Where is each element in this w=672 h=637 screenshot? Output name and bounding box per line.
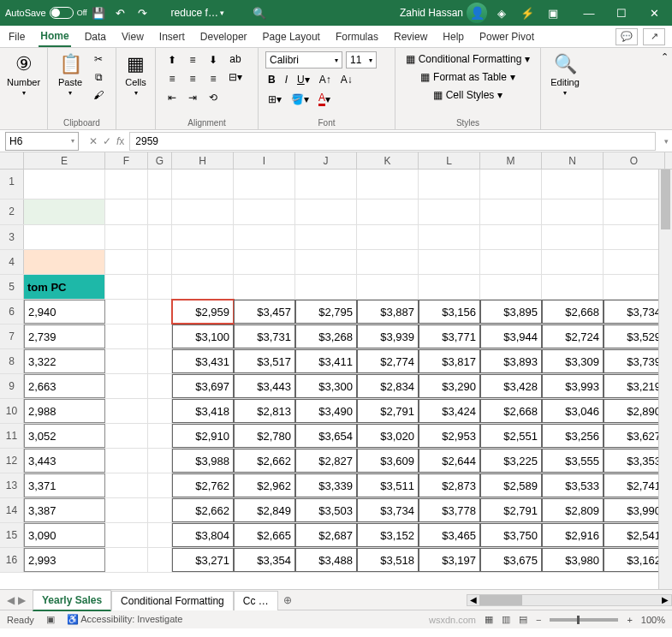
border-button[interactable]: ⊞▾ (265, 90, 284, 108)
cell-L10[interactable]: $3,424 (419, 399, 480, 423)
redo-icon[interactable]: ↷ (134, 3, 152, 22)
align-center-icon[interactable]: ≡ (183, 70, 202, 87)
vertical-scrollbar[interactable] (658, 170, 672, 589)
cell-F6[interactable] (105, 300, 148, 324)
formula-input[interactable]: 2959 (129, 132, 656, 151)
format-as-table-button[interactable]: ▦Format as Table▾ (402, 69, 533, 85)
cell-E12[interactable]: 3,443 (24, 449, 105, 473)
cell-K5[interactable] (357, 275, 419, 299)
cell-N7[interactable]: $2,724 (542, 324, 604, 348)
cell-J3[interactable] (295, 225, 357, 249)
select-all-corner[interactable] (0, 152, 24, 169)
cell-M6[interactable]: $3,895 (480, 300, 542, 324)
cell-J7[interactable]: $3,268 (295, 324, 357, 348)
italic-button[interactable]: I (282, 72, 290, 87)
cell-J8[interactable]: $3,411 (295, 349, 357, 373)
minimize-button[interactable]: — (576, 7, 602, 20)
cell-H12[interactable]: $3,988 (172, 449, 234, 473)
comments-button[interactable]: 💬 (616, 28, 638, 45)
autosave-toggle[interactable]: AutoSave Off (5, 7, 87, 19)
cell-M4[interactable] (480, 250, 542, 274)
cell-O3[interactable] (604, 225, 665, 249)
cell-L9[interactable]: $3,290 (419, 374, 480, 398)
align-bottom-icon[interactable]: ⬇ (204, 51, 223, 68)
cell-M8[interactable]: $3,893 (480, 349, 542, 373)
cell-I4[interactable] (234, 250, 295, 274)
cell-N15[interactable]: $2,916 (542, 523, 604, 547)
cell-E5[interactable]: tom PC (24, 275, 105, 299)
cell-O8[interactable]: $3,739 (604, 349, 665, 373)
cell-N9[interactable]: $3,993 (542, 374, 604, 398)
cell-L13[interactable]: $2,873 (419, 473, 480, 497)
row-header[interactable]: 12 (0, 449, 24, 473)
cell-I13[interactable]: $2,962 (234, 473, 295, 497)
cell-F3[interactable] (105, 225, 148, 249)
collapse-ribbon-icon[interactable]: ⌃ (661, 51, 669, 63)
cell-G5[interactable] (148, 275, 172, 299)
zoom-out-icon[interactable]: − (536, 615, 541, 625)
cell-F15[interactable] (105, 523, 148, 547)
cell-K1[interactable] (357, 170, 419, 199)
cell-L14[interactable]: $3,778 (419, 498, 480, 522)
row-header[interactable]: 9 (0, 374, 24, 398)
row-header[interactable]: 14 (0, 498, 24, 522)
editing-button[interactable]: 🔍 Editing ▾ (548, 51, 582, 98)
row-header[interactable]: 16 (0, 548, 24, 572)
cell-J12[interactable]: $2,827 (295, 449, 357, 473)
cell-K11[interactable]: $3,020 (357, 424, 419, 448)
cell-F5[interactable] (105, 275, 148, 299)
cell-K4[interactable] (357, 250, 419, 274)
cell-J10[interactable]: $3,490 (295, 399, 357, 423)
cell-O15[interactable]: $2,541 (604, 523, 665, 547)
new-sheet-button[interactable]: ⊕ (278, 594, 297, 606)
cell-E16[interactable]: 2,993 (24, 548, 105, 572)
cell-N6[interactable]: $2,668 (542, 300, 604, 324)
cell-J1[interactable] (295, 170, 357, 199)
cell-H5[interactable] (172, 275, 234, 299)
cell-H13[interactable]: $2,762 (172, 473, 234, 497)
cell-L11[interactable]: $2,953 (419, 424, 480, 448)
col-header[interactable]: O (604, 152, 665, 169)
cell-H2[interactable] (172, 199, 234, 224)
cell-I7[interactable]: $3,731 (234, 324, 295, 348)
tab-file[interactable]: File (7, 27, 27, 46)
close-button[interactable]: ✕ (641, 7, 667, 20)
cell-L12[interactable]: $2,644 (419, 449, 480, 473)
row-header[interactable]: 3 (0, 225, 24, 249)
cell-H4[interactable] (172, 250, 234, 274)
font-size-select[interactable]: 11▾ (346, 51, 377, 68)
orientation-icon[interactable]: ⟲ (204, 89, 223, 106)
cell-E11[interactable]: 3,052 (24, 424, 105, 448)
cell-I6[interactable]: $3,457 (234, 300, 295, 324)
cell-H11[interactable]: $2,910 (172, 424, 234, 448)
tab-formulas[interactable]: Formulas (334, 27, 380, 46)
col-header[interactable]: E (24, 152, 105, 169)
cell-K14[interactable]: $3,734 (357, 498, 419, 522)
cell-M11[interactable]: $2,551 (480, 424, 542, 448)
cell-K6[interactable]: $3,887 (357, 300, 419, 324)
cell-F10[interactable] (105, 399, 148, 423)
cell-E2[interactable] (24, 199, 105, 224)
row-header[interactable]: 4 (0, 250, 24, 274)
col-header[interactable]: H (172, 152, 234, 169)
cell-L16[interactable]: $3,197 (419, 548, 480, 572)
cell-J14[interactable]: $3,503 (295, 498, 357, 522)
cell-K10[interactable]: $2,791 (357, 399, 419, 423)
cell-K2[interactable] (357, 199, 419, 224)
cell-E14[interactable]: 3,387 (24, 498, 105, 522)
tab-review[interactable]: Review (392, 27, 429, 46)
maximize-button[interactable]: ☐ (609, 7, 634, 20)
cell-O6[interactable]: $3,734 (604, 300, 665, 324)
cell-styles-button[interactable]: ▦Cell Styles▾ (402, 87, 533, 103)
cell-F13[interactable] (105, 473, 148, 497)
macro-record-icon[interactable]: ▣ (46, 614, 55, 625)
cell-O1[interactable] (604, 170, 665, 199)
cell-G4[interactable] (148, 250, 172, 274)
cell-I8[interactable]: $3,517 (234, 349, 295, 373)
copy-icon[interactable]: ⧉ (91, 69, 106, 85)
cell-O7[interactable]: $3,529 (604, 324, 665, 348)
cell-N3[interactable] (542, 225, 604, 249)
cell-O5[interactable] (604, 275, 665, 299)
number-format-button[interactable]: ⑨ Number ▾ (7, 51, 40, 98)
cell-I15[interactable]: $2,665 (234, 523, 295, 547)
